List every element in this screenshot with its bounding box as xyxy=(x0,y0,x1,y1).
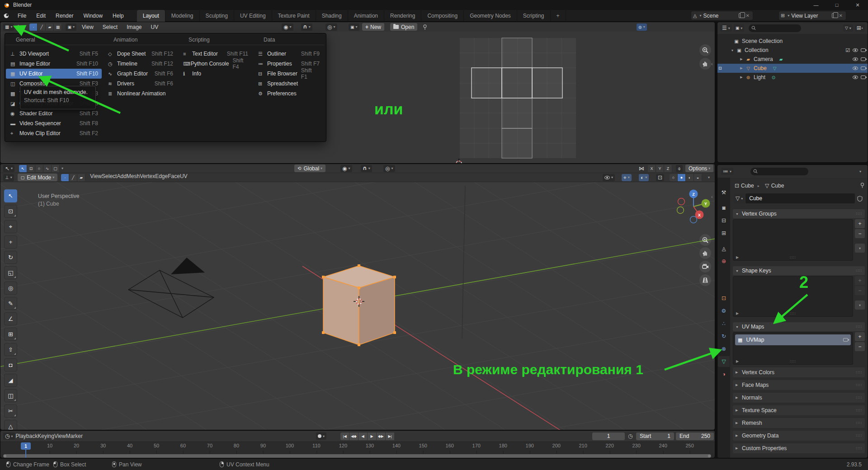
outliner-row[interactable]: ⊡ ▣ Scene Collection ☑ xyxy=(717,37,868,46)
play-reverse-button[interactable]: ◀ xyxy=(359,432,367,440)
use-preview-range-icon[interactable]: ◷ xyxy=(628,433,632,439)
viewport-menu[interactable]: Add xyxy=(117,173,126,182)
toggle-xray-button[interactable]: ⊡ xyxy=(656,174,664,181)
timeline-menu[interactable]: Keying xyxy=(38,433,54,439)
viewport-menu[interactable]: Vertex xyxy=(140,173,155,182)
outliner-row[interactable]: ⊡ ▶ ⊛ Light ⊙ ☑ xyxy=(717,73,868,82)
scene-selector[interactable]: ◬▾ Scene ✕ xyxy=(691,11,753,20)
expander-icon[interactable]: ▶ xyxy=(738,75,745,79)
outliner-filter-type-button[interactable]: ▣▾ xyxy=(734,24,745,32)
current-frame-field[interactable]: 1 xyxy=(592,432,625,440)
viewport-scene[interactable]: Z Y X xyxy=(0,164,715,430)
render-uv-map-icon[interactable] xyxy=(843,338,848,342)
viewport-camera-view-button[interactable] xyxy=(699,261,711,273)
options-button[interactable]: Options▾ xyxy=(685,164,713,172)
menu-item[interactable]: ◇ Dope SheetShift F12 xyxy=(104,49,177,59)
edge-select-button[interactable]: ╱ xyxy=(69,174,77,181)
uv-proportional-edit-button[interactable]: ◎▾ xyxy=(326,24,337,31)
viewport-3d[interactable]: ↖▾ ↖ ⊡ ○ ∿ ▢ ▾ ⟲Global▾ ◉▾ ∪▾ ◎▾ ⋈ X Y Z… xyxy=(0,164,715,430)
menu-item[interactable]: ◉ Shader EditorShift F3 xyxy=(6,108,102,118)
shape-keys-list[interactable]: ▶∷∷ xyxy=(733,276,853,317)
viewport-zoom-button[interactable] xyxy=(699,234,711,246)
new-collection-button[interactable]: ⊞+ xyxy=(855,24,865,32)
specials-chevron-icon[interactable]: ▶ xyxy=(736,311,739,315)
play-button[interactable]: ▶ xyxy=(368,432,376,440)
menu-item[interactable]: ≋ DriversShift F6 xyxy=(104,79,177,89)
remove-view-layer-icon[interactable]: ✕ xyxy=(838,13,844,18)
menu-item[interactable]: ⊞ Spreadsheet xyxy=(254,79,323,89)
gizmo-minus-z[interactable] xyxy=(690,216,697,223)
tab-active-tool[interactable]: ⚒ xyxy=(718,187,730,198)
collapsed-section[interactable]: ▶Custom Properties∷∷ xyxy=(733,443,865,453)
collapsed-section[interactable]: ▶Vertex Colors∷∷ xyxy=(733,367,865,377)
annotate-tool[interactable]: ✎ xyxy=(4,297,17,310)
timeline-scrollbar[interactable] xyxy=(0,453,715,458)
outliner-row[interactable]: ⊡ ▶ ▰ Camera ▰ ☑ xyxy=(717,55,868,64)
viewport-menu[interactable]: UV xyxy=(180,173,188,182)
workspace-tab[interactable]: Compositing xyxy=(421,10,464,22)
viewport-sidebar-collapse-arrow[interactable]: ‹ xyxy=(711,194,713,199)
properties-options-caret-icon[interactable]: ▾ xyxy=(859,169,861,174)
image-browse-button[interactable]: ▣▾ xyxy=(349,24,359,31)
mirror-x-button[interactable]: X xyxy=(648,165,656,172)
loop-cut-tool[interactable]: ◫ xyxy=(4,389,17,402)
uv-pivot-button[interactable]: ◉▾ xyxy=(282,24,293,31)
editor-type-button[interactable]: ▦▾ xyxy=(3,24,14,31)
measure-tool[interactable]: ∠ xyxy=(4,312,17,325)
collection-checkbox[interactable]: ☑ xyxy=(845,47,850,53)
outliner-filter-button[interactable]: ▽▾ xyxy=(843,24,853,32)
poly-build-tool[interactable]: △ xyxy=(4,420,17,430)
close-button[interactable]: ✕ xyxy=(847,0,868,10)
select-lasso-button[interactable]: ∿ xyxy=(43,165,52,172)
fake-user-shield-icon[interactable] xyxy=(855,196,865,202)
tab-particles[interactable]: ∴ xyxy=(718,318,730,329)
tab-object[interactable]: ⊡ xyxy=(718,293,730,304)
add-shape-key-button[interactable]: + xyxy=(855,276,865,285)
collapsed-section[interactable]: ▶Normals∷∷ xyxy=(733,393,865,403)
tool-options-caret-icon[interactable]: ▾ xyxy=(61,166,63,170)
snap-target-icon[interactable]: ⌽ xyxy=(676,165,683,172)
viewport-menu[interactable]: Select xyxy=(102,173,117,182)
workspace-tab[interactable]: UV Editing xyxy=(234,10,272,22)
uv-menu[interactable]: Image xyxy=(122,22,146,32)
next-keyframe-button[interactable]: ◆▶ xyxy=(377,432,385,440)
outliner-row[interactable]: ⊡ ▼ ▣ Collection ☑ xyxy=(717,46,868,55)
vertex-group-specials-button[interactable]: ▾ xyxy=(855,244,865,253)
uv-edge-select-button[interactable]: ╱ xyxy=(38,24,46,31)
timeline-menu[interactable]: View xyxy=(54,433,66,439)
vertex-groups-list[interactable]: ▶∷∷ xyxy=(733,219,853,261)
new-image-button[interactable]: +New xyxy=(362,23,384,31)
hide-eye-icon[interactable] xyxy=(853,66,858,70)
uv-map-browse-button[interactable]: ◍▾ xyxy=(637,24,647,31)
uv-menu[interactable]: Select xyxy=(98,22,122,32)
menubar-item[interactable]: Render xyxy=(51,10,78,22)
remove-vertex-group-button[interactable]: − xyxy=(855,229,865,238)
viewport-menu[interactable]: Edge xyxy=(155,173,168,182)
wireframe-shading-button[interactable]: ○ xyxy=(670,174,678,181)
mesh-browse-button[interactable]: ▽▾ xyxy=(734,193,745,203)
outliner-row[interactable]: ⊡ ▶ ▽ Cube ▽ ☑ xyxy=(717,64,868,73)
copy-scene-icon[interactable] xyxy=(739,13,743,18)
uv-map-item[interactable]: ▦ UVMap xyxy=(735,334,851,345)
menu-item[interactable]: ▤ Image EditorShift F10 xyxy=(6,59,102,69)
mode-dropdown[interactable]: ▢Edit Mode▾ xyxy=(18,174,58,181)
workspace-tab[interactable]: + xyxy=(551,10,566,22)
snap-toggle-button[interactable]: ∪▾ xyxy=(361,165,372,172)
outliner-search-input[interactable] xyxy=(749,24,801,32)
menu-item[interactable]: ⊟ File BrowserShift F1 xyxy=(254,69,323,79)
viewport-menu[interactable]: Mesh xyxy=(127,173,140,182)
move-tool[interactable]: + xyxy=(4,235,17,249)
specials-chevron-icon[interactable]: ▶ xyxy=(736,255,739,259)
minimize-button[interactable]: — xyxy=(806,0,826,10)
disable-render-icon[interactable] xyxy=(861,48,866,52)
uv-face-select-button[interactable]: ▰ xyxy=(46,24,54,31)
uv-pan-button[interactable] xyxy=(699,58,711,70)
tab-scene[interactable]: ◬ xyxy=(718,243,730,254)
uv-snap-button[interactable]: ∪▾ xyxy=(301,24,312,31)
uv-vertex-select-button[interactable]: ∙ xyxy=(29,24,38,31)
vertex-select-button[interactable]: ∙ xyxy=(61,174,69,181)
remove-shape-key-button[interactable]: − xyxy=(855,286,865,295)
tab-physics[interactable]: ↻ xyxy=(718,331,730,342)
tab-view-layer[interactable]: ⊞ xyxy=(718,228,730,239)
properties-search-input[interactable] xyxy=(750,168,808,175)
